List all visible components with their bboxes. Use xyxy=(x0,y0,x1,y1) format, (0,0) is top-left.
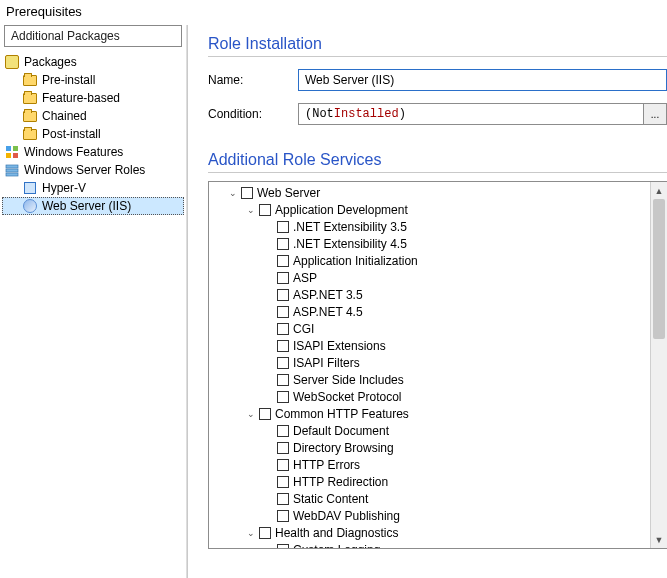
scroll-up-icon[interactable]: ▲ xyxy=(651,182,667,199)
sidebar-item-hyper-v[interactable]: Hyper-V xyxy=(2,179,184,197)
checkbox[interactable] xyxy=(277,340,289,352)
collapse-icon[interactable]: ⌄ xyxy=(245,204,257,216)
checkbox[interactable] xyxy=(277,357,289,369)
sidebar-item-windows-features[interactable]: Windows Features xyxy=(2,143,184,161)
role-service-label: Static Content xyxy=(293,492,368,506)
role-service-item[interactable]: HTTP Errors xyxy=(211,456,648,473)
checkbox[interactable] xyxy=(277,374,289,386)
sidebar-item-label: Windows Server Roles xyxy=(24,163,145,177)
role-service-item[interactable]: ASP.NET 4.5 xyxy=(211,303,648,320)
sidebar-item-label: Windows Features xyxy=(24,145,123,159)
sidebar-item-chained[interactable]: Chained xyxy=(2,107,184,125)
server-roles-icon xyxy=(4,162,20,178)
cond-installed: Installed xyxy=(334,107,399,121)
role-service-label: HTTP Redirection xyxy=(293,475,388,489)
sidebar-item-windows-server-roles[interactable]: Windows Server Roles xyxy=(2,161,184,179)
sidebar-item-web-server-iis[interactable]: Web Server (IIS) xyxy=(2,197,184,215)
scroll-down-icon[interactable]: ▼ xyxy=(651,531,667,548)
checkbox[interactable] xyxy=(277,544,289,549)
role-service-item[interactable]: ⌄Web Server xyxy=(211,184,648,201)
name-input[interactable] xyxy=(298,69,667,91)
role-service-label: Server Side Includes xyxy=(293,373,404,387)
checkbox[interactable] xyxy=(259,408,271,420)
role-service-item[interactable]: Application Initialization xyxy=(211,252,648,269)
svg-rect-2 xyxy=(6,153,11,158)
role-service-item[interactable]: ⌄Common HTTP Features xyxy=(211,405,648,422)
sidebar-item-label: Chained xyxy=(42,109,87,123)
cond-paren-close: ) xyxy=(399,107,406,121)
role-service-item[interactable]: .NET Extensibility 3.5 xyxy=(211,218,648,235)
role-service-label: ASP.NET 4.5 xyxy=(293,305,363,319)
sidebar-item-post-install[interactable]: Post-install xyxy=(2,125,184,143)
role-service-label: ISAPI Extensions xyxy=(293,339,386,353)
checkbox[interactable] xyxy=(277,255,289,267)
toggle-spacer xyxy=(263,272,275,284)
folder-icon xyxy=(22,90,38,106)
checkbox[interactable] xyxy=(277,238,289,250)
role-service-item[interactable]: .NET Extensibility 4.5 xyxy=(211,235,648,252)
role-service-item[interactable]: HTTP Redirection xyxy=(211,473,648,490)
name-row: Name: xyxy=(208,69,667,91)
checkbox[interactable] xyxy=(259,527,271,539)
sidebar-item-label: Packages xyxy=(24,55,77,69)
role-service-label: WebDAV Publishing xyxy=(293,509,400,523)
toggle-spacer xyxy=(263,442,275,454)
role-service-item[interactable]: Static Content xyxy=(211,490,648,507)
role-service-item[interactable]: ISAPI Filters xyxy=(211,354,648,371)
checkbox[interactable] xyxy=(241,187,253,199)
svg-rect-1 xyxy=(13,146,18,151)
checkbox[interactable] xyxy=(277,391,289,403)
collapse-icon[interactable]: ⌄ xyxy=(227,187,239,199)
sidebar-item-feature-based[interactable]: Feature-based xyxy=(2,89,184,107)
scroll-track[interactable] xyxy=(651,199,667,531)
collapse-icon[interactable]: ⌄ xyxy=(245,408,257,420)
sidebar-item-label: Pre-install xyxy=(42,73,95,87)
content-area: Additional Packages Packages Pre-install… xyxy=(0,25,667,578)
checkbox[interactable] xyxy=(277,425,289,437)
scrollbar[interactable]: ▲ ▼ xyxy=(650,182,667,548)
main-panel: Role Installation Name: Condition: (Not … xyxy=(188,25,667,578)
toggle-spacer xyxy=(263,357,275,369)
role-service-item[interactable]: WebDAV Publishing xyxy=(211,507,648,524)
checkbox[interactable] xyxy=(277,493,289,505)
checkbox[interactable] xyxy=(277,459,289,471)
checkbox[interactable] xyxy=(277,289,289,301)
sidebar-item-packages[interactable]: Packages xyxy=(2,53,184,71)
checkbox[interactable] xyxy=(259,204,271,216)
toggle-spacer xyxy=(263,391,275,403)
role-service-item[interactable]: Server Side Includes xyxy=(211,371,648,388)
collapse-icon[interactable]: ⌄ xyxy=(245,527,257,539)
role-service-label: .NET Extensibility 3.5 xyxy=(293,220,407,234)
role-service-item[interactable]: ISAPI Extensions xyxy=(211,337,648,354)
role-service-item[interactable]: Directory Browsing xyxy=(211,439,648,456)
role-services-tree[interactable]: ⌄Web Server⌄Application Development.NET … xyxy=(209,182,650,548)
checkbox[interactable] xyxy=(277,442,289,454)
checkbox[interactable] xyxy=(277,221,289,233)
role-service-item[interactable]: CGI xyxy=(211,320,648,337)
role-service-item[interactable]: ASP.NET 3.5 xyxy=(211,286,648,303)
role-service-item[interactable]: ⌄Health and Diagnostics xyxy=(211,524,648,541)
checkbox[interactable] xyxy=(277,476,289,488)
role-service-label: Common HTTP Features xyxy=(275,407,409,421)
role-service-label: Directory Browsing xyxy=(293,441,394,455)
checkbox[interactable] xyxy=(277,510,289,522)
role-service-label: ASP.NET 3.5 xyxy=(293,288,363,302)
checkbox[interactable] xyxy=(277,306,289,318)
checkbox[interactable] xyxy=(277,323,289,335)
role-service-item[interactable]: ASP xyxy=(211,269,648,286)
role-service-label: .NET Extensibility 4.5 xyxy=(293,237,407,251)
condition-row: Condition: (Not Installed) ... xyxy=(208,103,667,125)
sidebar-item-pre-install[interactable]: Pre-install xyxy=(2,71,184,89)
folder-icon xyxy=(22,126,38,142)
role-service-item[interactable]: WebSocket Protocol xyxy=(211,388,648,405)
cond-not: Not xyxy=(312,107,334,121)
role-service-item[interactable]: ⌄Application Development xyxy=(211,201,648,218)
scroll-thumb[interactable] xyxy=(653,199,665,339)
condition-input[interactable]: (Not Installed) xyxy=(298,103,643,125)
checkbox[interactable] xyxy=(277,272,289,284)
role-service-item[interactable]: Custom Logging xyxy=(211,541,648,548)
sidebar-group-label: Additional Packages xyxy=(4,25,182,47)
svg-rect-3 xyxy=(13,153,18,158)
role-service-item[interactable]: Default Document xyxy=(211,422,648,439)
condition-browse-button[interactable]: ... xyxy=(643,103,667,125)
